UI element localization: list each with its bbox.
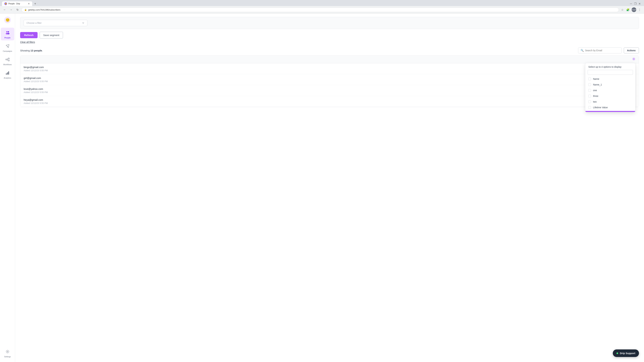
svg-text:🙂: 🙂 bbox=[5, 18, 10, 22]
reload-button[interactable]: ↻ bbox=[15, 7, 20, 12]
filter-dropdown[interactable]: Choose a filter bbox=[24, 20, 88, 26]
filter-bar: Choose a filter bbox=[20, 17, 639, 29]
column-label-three: three bbox=[593, 95, 598, 97]
column-checkbox-three[interactable] bbox=[588, 95, 591, 97]
back-button[interactable]: ← bbox=[2, 7, 7, 12]
campaigns-icon bbox=[4, 43, 11, 49]
list-header: Showing 13 people. 🔍 Actions bbox=[20, 47, 639, 53]
forward-button[interactable]: → bbox=[9, 7, 14, 12]
table-row[interactable]: heya@gmail.com Added 12/12/23 5:55 PM bbox=[20, 96, 639, 107]
sidebar-item-analytics-label: Analytics bbox=[4, 77, 11, 79]
column-options-title: Select up to 4 options to display bbox=[585, 63, 635, 70]
person-email: bingo@gmail.com bbox=[24, 66, 636, 68]
svg-point-2 bbox=[6, 31, 8, 32]
column-label-one: one bbox=[593, 89, 597, 92]
showing-count: 13 people bbox=[30, 49, 42, 52]
column-checkbox-lifetime[interactable] bbox=[588, 106, 591, 109]
analytics-icon bbox=[4, 69, 11, 76]
column-checkbox-one[interactable] bbox=[588, 89, 591, 92]
settings-icon bbox=[4, 348, 11, 355]
browser-actions: ☆ 🧩 Incognito ⋮ bbox=[620, 7, 642, 12]
column-options-footer bbox=[585, 111, 635, 112]
sidebar-item-settings-label: Settings bbox=[4, 356, 11, 358]
sidebar-logo: 🙂 bbox=[4, 16, 11, 24]
tab-favicon: 🙂 bbox=[4, 2, 7, 5]
more-button[interactable]: ⋮ bbox=[638, 7, 642, 12]
lock-icon: 🔒 bbox=[24, 8, 27, 11]
search-icon: 🔍 bbox=[580, 49, 584, 52]
sidebar-item-workflows[interactable]: Workflows bbox=[1, 54, 14, 67]
svg-point-5 bbox=[7, 33, 10, 34]
app-container: 🙂 People bbox=[0, 13, 644, 362]
profile-button[interactable]: Incognito bbox=[632, 7, 636, 12]
svg-rect-8 bbox=[8, 60, 10, 61]
sidebar-item-people[interactable]: People bbox=[1, 28, 14, 40]
new-tab-button[interactable]: + bbox=[33, 2, 38, 6]
person-email: heya@gmail.com bbox=[24, 98, 636, 101]
person-added: Added 12/12/23 5:55 PM bbox=[24, 102, 636, 104]
svg-rect-7 bbox=[8, 58, 10, 59]
sidebar-item-campaigns[interactable]: Campaigns bbox=[1, 41, 14, 54]
people-icon bbox=[4, 29, 11, 36]
drip-support-button[interactable]: Drip Support bbox=[613, 350, 639, 357]
table-row[interactable]: bingo@gmail.com Added 12/12/23 5:55 PM bbox=[20, 63, 639, 74]
filter-placeholder: Choose a filter bbox=[26, 22, 42, 24]
profile-label: Incognito bbox=[631, 9, 637, 10]
browser-titlebar: 🙂 People · Drip ✕ + ─ ❐ ✕ bbox=[0, 0, 644, 6]
column-option-two[interactable]: two bbox=[585, 99, 635, 105]
action-buttons: Refresh Save segment bbox=[20, 32, 639, 38]
person-email: girl@gmail.com bbox=[24, 77, 636, 79]
sidebar-item-settings[interactable]: Settings bbox=[1, 347, 14, 359]
star-button[interactable]: ☆ bbox=[620, 7, 624, 12]
actions-button[interactable]: Actions bbox=[624, 47, 639, 53]
maximize-button[interactable]: ❐ bbox=[634, 2, 636, 5]
sidebar-item-analytics[interactable]: Analytics bbox=[1, 68, 14, 81]
close-button[interactable]: ✕ bbox=[638, 2, 641, 5]
person-email: love@yahoo.com bbox=[24, 87, 636, 90]
column-options-list: Name Name_1 one three bbox=[585, 76, 635, 110]
sidebar-item-campaigns-label: Campaigns bbox=[3, 50, 12, 52]
person-added: Added 12/12/23 5:55 PM bbox=[24, 80, 636, 83]
column-checkbox-name1[interactable] bbox=[588, 83, 591, 86]
list-controls: 🔍 Actions bbox=[578, 47, 639, 53]
column-label-two: two bbox=[593, 100, 597, 103]
column-option-three[interactable]: three bbox=[585, 93, 635, 99]
extension-button[interactable]: 🧩 bbox=[626, 7, 630, 12]
column-checkbox-name[interactable] bbox=[588, 78, 591, 80]
svg-point-13 bbox=[634, 59, 634, 59]
refresh-button[interactable]: Refresh bbox=[20, 32, 38, 38]
tab-title: People · Drip bbox=[8, 2, 20, 5]
column-search-input[interactable] bbox=[588, 70, 633, 75]
workflows-icon bbox=[4, 56, 11, 63]
svg-rect-11 bbox=[8, 71, 9, 75]
browser-controls: ← → ↻ 🔒 getdrip.com/7641396/subscribers … bbox=[0, 6, 644, 13]
svg-rect-9 bbox=[6, 73, 7, 75]
table-row[interactable]: love@yahoo.com Added 12/12/23 5:55 PM bbox=[20, 85, 639, 96]
sidebar-item-workflows-label: Workflows bbox=[3, 63, 12, 65]
main-content: Choose a filter Refresh Save segment Cle… bbox=[15, 13, 644, 362]
sidebar-item-people-label: People bbox=[4, 37, 10, 39]
clear-filters-link[interactable]: Clear all filters bbox=[20, 41, 35, 43]
column-options-dropdown: Select up to 4 options to display Name N… bbox=[585, 63, 636, 112]
column-label-name: Name bbox=[593, 78, 599, 80]
column-option-name[interactable]: Name bbox=[585, 76, 635, 82]
column-option-lifetime[interactable]: Lifetime Value bbox=[585, 105, 635, 110]
search-input[interactable] bbox=[585, 49, 619, 52]
save-segment-button[interactable]: Save segment bbox=[40, 32, 63, 38]
showing-text: Showing 13 people. bbox=[20, 49, 43, 52]
minimize-button[interactable]: ─ bbox=[630, 2, 632, 5]
column-option-one[interactable]: one bbox=[585, 87, 635, 93]
person-added: Added 12/12/23 5:55 PM bbox=[24, 69, 636, 72]
search-bar[interactable]: 🔍 bbox=[578, 47, 622, 53]
table-row[interactable]: girl@gmail.com Added 12/12/23 5:55 PM bbox=[20, 74, 639, 85]
showing-suffix: . bbox=[42, 49, 43, 52]
column-label-lifetime: Lifetime Value bbox=[593, 106, 608, 109]
column-option-name1[interactable]: Name_1 bbox=[585, 82, 635, 87]
svg-point-3 bbox=[8, 31, 9, 32]
tab-close-button[interactable]: ✕ bbox=[28, 2, 30, 5]
column-checkbox-two[interactable] bbox=[588, 100, 591, 103]
column-options-button[interactable] bbox=[632, 57, 636, 61]
browser-tab[interactable]: 🙂 People · Drip ✕ bbox=[2, 1, 32, 6]
table-header-row bbox=[20, 56, 639, 63]
address-bar[interactable]: 🔒 getdrip.com/7641396/subscribers bbox=[22, 7, 619, 12]
